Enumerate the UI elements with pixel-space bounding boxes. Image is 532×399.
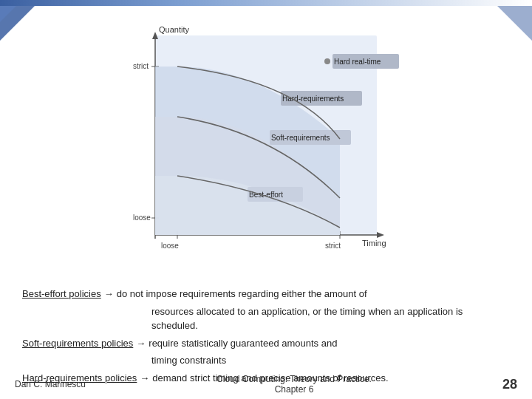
chart-section: Quantity Timing strict loose loose stric… [0, 7, 532, 281]
top-bar [0, 0, 532, 6]
best-effort-policy-name: Best-effort policies [22, 287, 101, 301]
soft-req-desc2: timing constraints [151, 353, 510, 368]
best-effort-label: Best-effort [249, 191, 283, 199]
footer-center-line1: Cloud Computing: Theory and Practice. [86, 374, 502, 384]
footer: Dan C. Marinescu Cloud Computing: Theory… [0, 374, 532, 395]
footer-right: 28 [502, 377, 517, 392]
chart-svg: Quantity Timing strict loose loose stric… [111, 21, 421, 272]
hard-realtime-label: Hard real-time [334, 58, 381, 66]
x-loose-label: loose [161, 242, 179, 250]
soft-req-desc: require statistically guaranteed amounts… [149, 336, 510, 351]
svg-marker-7 [377, 232, 384, 238]
svg-point-13 [324, 58, 330, 64]
soft-req-policy-line: Soft-requirements policies → require sta… [22, 336, 510, 351]
footer-left: Dan C. Marinescu [15, 379, 86, 389]
chart-container: Quantity Timing strict loose loose stric… [111, 21, 421, 272]
footer-center: Cloud Computing: Theory and Practice. Ch… [86, 374, 502, 395]
y-strict-label: strict [133, 62, 149, 70]
y-axis-label: Quantity [159, 25, 189, 34]
footer-center-line2: Chapter 6 [86, 384, 502, 395]
best-effort-arrow: → [104, 287, 114, 301]
x-strict-label: strict [325, 242, 341, 250]
best-effort-desc2: resources allocated to an application, o… [151, 304, 510, 333]
main-content: Quantity Timing strict loose loose stric… [0, 7, 532, 399]
soft-req-arrow: → [136, 336, 146, 351]
soft-requirements-label: Soft-requirements [271, 134, 330, 142]
soft-req-policy-name: Soft-requirements policies [22, 336, 133, 351]
best-effort-desc: do not impose requirements regarding eit… [117, 287, 510, 301]
best-effort-policy-line: Best-effort policies → do not impose req… [22, 287, 510, 301]
x-axis-label: Timing [362, 239, 386, 248]
y-loose-label: loose [133, 214, 151, 222]
